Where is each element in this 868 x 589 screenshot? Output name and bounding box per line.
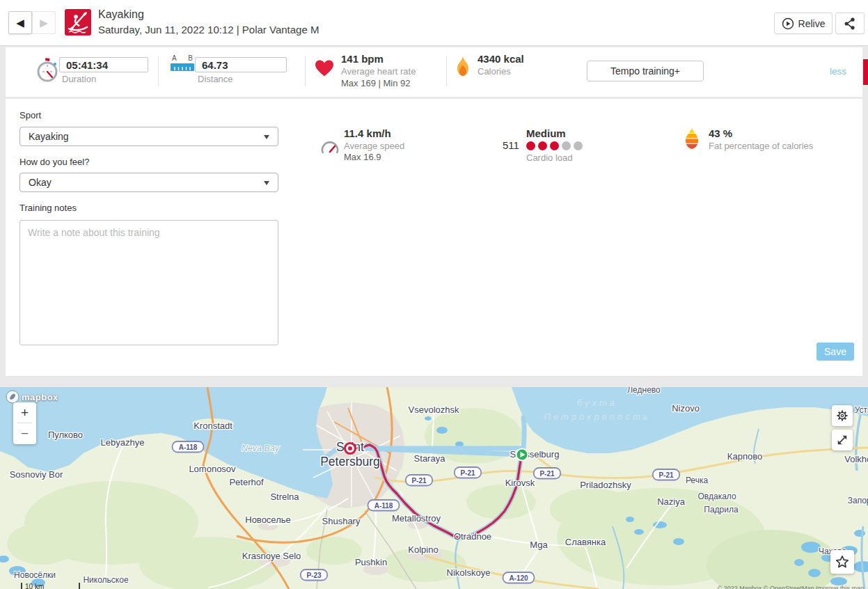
map-favorite-button[interactable]	[830, 550, 854, 574]
map-place-label: Новоселье	[245, 515, 291, 525]
feel-select-value: Okay	[29, 177, 52, 188]
map-place-label: Sosnoviy Bor	[10, 469, 63, 480]
road-shield-label: P-21	[411, 477, 427, 485]
calories-label: Calories	[478, 66, 511, 77]
map-place-label: Shushary	[322, 516, 361, 526]
map-place-label: Priladozhsky	[580, 480, 631, 490]
cardio-load-level: Medium	[526, 127, 566, 139]
map-place-label: Kronstadt	[194, 421, 232, 431]
map-place-label: Petersburg	[320, 455, 380, 469]
map-place-label: Metallostroy	[392, 513, 441, 524]
zoom-in-button[interactable]: +	[13, 402, 36, 423]
cardio-dot-filled	[550, 141, 559, 150]
distance-input[interactable]	[195, 57, 287, 72]
share-button[interactable]	[835, 13, 865, 34]
map-place-label: Nikolskoye	[447, 567, 491, 578]
back-arrow-icon: ◀	[16, 17, 24, 29]
mapbox-logo[interactable]: mapbox	[6, 390, 58, 404]
duration-input[interactable]	[59, 57, 148, 72]
map-place-label: Запоро	[848, 496, 868, 505]
flame-icon	[455, 56, 471, 77]
save-button[interactable]: Save	[816, 343, 854, 361]
sport-select[interactable]: Kayaking	[19, 127, 278, 146]
map-place-label: Карпово	[727, 451, 762, 462]
gear-icon	[835, 409, 849, 423]
cardio-dot-filled	[526, 141, 535, 150]
forward-button[interactable]: ▶	[32, 11, 56, 34]
map-fullscreen-button[interactable]	[832, 430, 853, 450]
edge-red-tab[interactable]	[863, 59, 868, 85]
map-place-label: Славянка	[565, 537, 606, 547]
session-subtitle: Saturday, Jun 11, 2022 10:12 | Polar Van…	[98, 24, 319, 36]
heart-icon	[314, 58, 335, 78]
map-place-label: Strelna	[270, 492, 299, 502]
mapbox-wordmark: mapbox	[22, 392, 58, 402]
relive-label: Relive	[798, 18, 826, 29]
training-notes-textarea[interactable]	[19, 220, 278, 345]
map-place-label: Овдакало	[697, 492, 736, 501]
map-scale-bar: 10 km	[21, 583, 80, 589]
map-place-label: Леднево	[627, 387, 661, 395]
map-place-label: Naziya	[657, 496, 686, 507]
map-place-label: Никольское	[83, 575, 128, 585]
map-graphic: A-118A-118P-21P-21P-21P-21P-23A-120 Пулк…	[0, 387, 868, 589]
map-place-label: Pushkin	[355, 557, 387, 567]
speed-value: 11.4 km/h	[344, 127, 391, 139]
road-shield-label: P-23	[306, 572, 322, 579]
cardio-dot-empty	[562, 141, 571, 150]
road-shield-label: P-21	[539, 470, 555, 478]
divider	[305, 56, 306, 86]
back-button[interactable]: ◀	[8, 11, 32, 34]
map-place-label: Peterhof	[229, 477, 264, 487]
marker-b: B	[188, 54, 193, 62]
expand-arrows-icon	[835, 433, 849, 447]
map-place-label: Mga	[530, 540, 548, 550]
road-shield-label: A-118	[374, 502, 393, 510]
map-place-label: Kolpino	[408, 544, 438, 555]
feel-select[interactable]: Okay	[19, 173, 278, 192]
hr-max-min: Max 169 | Min 92	[341, 78, 410, 88]
fat-burn-icon	[684, 128, 700, 150]
chevron-down-icon	[264, 181, 269, 185]
fat-value: 43 %	[709, 127, 732, 139]
forward-arrow-icon: ▶	[40, 17, 48, 29]
training-benefit-button[interactable]: Tempo training+	[587, 61, 704, 81]
route-end-marker	[345, 443, 356, 454]
play-circle-icon	[782, 17, 794, 30]
road-shield-label: P-21	[460, 469, 475, 477]
map-settings-button[interactable]	[832, 405, 853, 426]
map-place-label: Volkhov	[844, 454, 868, 464]
marker-a: A	[172, 54, 177, 62]
map-place-label: Krasnoye Selo	[242, 551, 301, 561]
chevron-down-icon	[264, 135, 269, 139]
divider	[158, 56, 159, 86]
map-attribution[interactable]: © 2022 Mapbox © OpenStreetMap Improve th…	[718, 585, 864, 589]
map-place-label: Пулково	[48, 430, 83, 440]
training-edit-panel: Sport Kayaking How do you feel? Okay Tra…	[6, 99, 862, 376]
map-zoom-control: + −	[13, 402, 36, 444]
cardio-load-dots	[526, 141, 585, 153]
cardio-dot-filled	[538, 141, 547, 150]
route-start-marker	[516, 449, 528, 461]
map-place-label: Речка	[686, 476, 709, 485]
speed-label: Average speed	[344, 141, 404, 151]
zoom-out-button[interactable]: −	[13, 423, 36, 443]
map-place-label: Staraya	[414, 453, 446, 464]
map-place-label: Neva Bay	[242, 443, 280, 453]
less-link[interactable]: less	[830, 66, 846, 77]
mapbox-logo-icon	[6, 390, 19, 404]
map-place-label: Kirovsk	[505, 478, 535, 488]
polar-flow-page: ◀ ▶ Kayaking Saturday, Jun 11, 2022 10:1…	[0, 0, 868, 589]
map-place-label: Nizovo	[672, 403, 700, 414]
map-canvas[interactable]: A-118A-118P-21P-21P-21P-21P-23A-120 Пулк…	[0, 387, 868, 589]
cardio-load-label: Cardio load	[526, 152, 573, 163]
hr-value: 141 bpm	[341, 53, 384, 65]
speed-gauge-icon	[320, 141, 340, 156]
header: ◀ ▶ Kayaking Saturday, Jun 11, 2022 10:1…	[0, 0, 868, 46]
sport-select-value: Kayaking	[29, 131, 69, 142]
speed-max: Max 16.9	[344, 152, 381, 162]
relive-button[interactable]: Relive	[774, 13, 833, 34]
road-shield-label: A-118	[179, 443, 198, 451]
sport-label: Sport	[19, 110, 41, 120]
map-place-label: Новосёлки	[14, 570, 56, 580]
